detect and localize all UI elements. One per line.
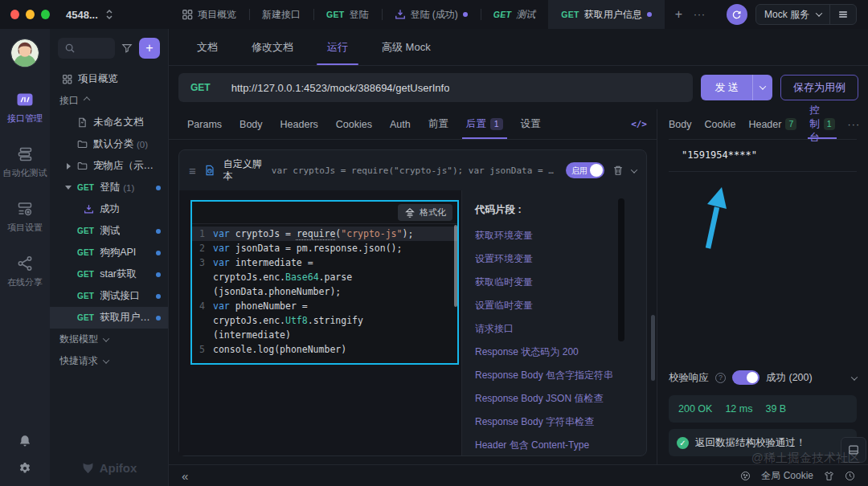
close-window-button[interactable]	[10, 10, 19, 19]
request-tab-2[interactable]: Body	[231, 109, 272, 139]
request-tab-3[interactable]: Headers	[272, 109, 327, 139]
tree-row-6[interactable]: GET登陆(1)	[50, 177, 168, 198]
activity-item-4[interactable]: 在线分享	[3, 255, 47, 288]
editor-scrollbar[interactable]	[454, 225, 457, 307]
save-as-case-button[interactable]: 保存为用例	[780, 75, 858, 100]
response-tab-2[interactable]: Cookie	[705, 109, 736, 139]
activity-item-1[interactable]: 接口管理	[3, 92, 47, 125]
caret-down-icon[interactable]	[65, 186, 72, 190]
project-switcher[interactable]: 4548...	[50, 0, 169, 29]
notifications-bell-icon[interactable]	[18, 435, 31, 447]
snippet-link-8[interactable]: Response Body JSON 值检查	[475, 392, 632, 405]
titlebar-tab-1[interactable]: 项目概览	[169, 0, 249, 29]
collapse-script-chevron-icon[interactable]	[632, 165, 637, 176]
url-bar[interactable]: GET http://127.0.0.1:4523/mock/388694/ge…	[178, 73, 693, 102]
titlebar-tab-3[interactable]: GET登陆	[313, 0, 382, 29]
minimize-window-button[interactable]	[26, 10, 35, 19]
tree-item-label: 测试接口	[100, 289, 140, 303]
shirt-icon[interactable]	[824, 471, 834, 481]
request-tab-5[interactable]: Auth	[381, 109, 420, 139]
titlebar-tab-6[interactable]: GET获取用户信息	[548, 0, 665, 29]
code-view-toggle[interactable]: </>	[631, 109, 647, 139]
add-tab-button[interactable]: +	[675, 7, 682, 22]
tree-row-4[interactable]: 默认分类(0)	[50, 133, 168, 155]
titlebar-tab-5[interactable]: GET测试	[481, 0, 549, 29]
validate-toggle[interactable]	[732, 370, 760, 385]
tree-row-7[interactable]: 成功	[50, 198, 168, 220]
snippet-link-2[interactable]: 设置环境变量	[475, 252, 632, 265]
snippet-link-4[interactable]: 设置临时变量	[475, 299, 632, 312]
response-tab-4[interactable]: 控制台1	[809, 109, 834, 139]
search-input[interactable]	[58, 38, 115, 59]
drag-handle-icon[interactable]: ≡	[189, 164, 196, 178]
titlebar-tab-2[interactable]: 新建接口	[249, 0, 313, 29]
code-lines[interactable]: 1var cryptoJs = require("crypto-js");2va…	[192, 224, 457, 363]
cookie-icon[interactable]	[740, 471, 751, 481]
request-tab-7[interactable]: 后置1	[457, 109, 512, 139]
clock-icon[interactable]	[845, 471, 855, 481]
save-button-label: 保存为用例	[793, 80, 845, 95]
caret-right-icon[interactable]	[67, 163, 71, 169]
response-tab-1[interactable]: Body	[669, 109, 692, 139]
snippet-link-6[interactable]: Response 状态码为 200	[475, 345, 632, 358]
tree-row-12[interactable]: GET获取用户信息	[50, 307, 168, 329]
collapse-sidebar-button[interactable]: «	[182, 469, 188, 483]
request-tab-4[interactable]: Cookies	[327, 109, 381, 139]
tree-row-5[interactable]: 宠物店（示例...	[50, 155, 168, 177]
tree-row-14[interactable]: 快捷请求	[50, 350, 168, 372]
tree-row-1[interactable]: 项目概览	[50, 68, 168, 90]
request-tab-8[interactable]: 设置	[512, 109, 550, 139]
tree-row-2[interactable]: 接口	[50, 90, 168, 112]
activity-item-3[interactable]: 项目设置	[3, 201, 47, 234]
tree-row-9[interactable]: GET狗狗API	[50, 242, 168, 263]
mock-service-select[interactable]: Mock 服务	[756, 5, 829, 24]
code-token: var	[213, 300, 230, 312]
delete-script-trash-icon[interactable]	[612, 165, 624, 176]
snippet-link-5[interactable]: 请求接口	[475, 322, 632, 335]
request-tab-label: Body	[240, 119, 263, 130]
send-options-caret[interactable]	[752, 75, 772, 100]
help-question-icon[interactable]: ?	[715, 373, 726, 383]
send-button[interactable]: 发 送	[701, 75, 772, 100]
user-avatar[interactable]	[10, 39, 39, 67]
request-tab-6[interactable]: 前置	[420, 109, 457, 139]
tree-row-11[interactable]: GET测试接口	[50, 285, 168, 307]
request-tab-1[interactable]: Params	[178, 109, 231, 139]
section-chevron-icon	[103, 335, 109, 341]
settings-gear-icon[interactable]	[18, 462, 31, 475]
snippets-scrollbar[interactable]	[618, 198, 624, 341]
filter-funnel-icon[interactable]	[121, 43, 133, 54]
tree-row-10[interactable]: GETstar获取	[50, 263, 168, 285]
snippet-link-3[interactable]: 获取临时变量	[475, 276, 632, 288]
toggle-bottom-panel-button[interactable]	[841, 437, 866, 463]
validate-chevron-icon[interactable]	[852, 372, 857, 383]
more-tabs-button[interactable]: ···	[694, 9, 706, 20]
doc-tab-4[interactable]: 高级 Mock	[365, 29, 448, 65]
maximize-window-button[interactable]	[41, 10, 50, 19]
doc-tab-1[interactable]: 文档	[180, 29, 235, 65]
script-enable-toggle[interactable]: 启用	[566, 162, 604, 178]
titlebar-tab-4[interactable]: 登陆 (成功)	[382, 0, 481, 29]
add-api-button[interactable]: +	[139, 38, 160, 59]
tree-row-13[interactable]: 数据模型	[50, 329, 168, 350]
snippet-link-9[interactable]: Response Body 字符串检查	[475, 415, 632, 428]
script-card-body: 格式化 1var cryptoJs = require("crypto-js")…	[179, 190, 646, 455]
format-code-button[interactable]: 格式化	[398, 204, 452, 221]
snippet-link-10[interactable]: Header 包含 Content-Type	[475, 439, 632, 451]
global-cookie-label[interactable]: 全局 Cookie	[761, 469, 813, 483]
snippet-link-7[interactable]: Response Body 包含字指定符串	[475, 369, 632, 382]
response-tab-3[interactable]: Header7	[748, 109, 796, 139]
activity-item-2[interactable]: 自动化测试	[3, 146, 47, 179]
code-editor-highlighted[interactable]: 格式化 1var cryptoJs = require("crypto-js")…	[190, 200, 459, 365]
code-token: jsonData = pm.response.json();	[230, 243, 403, 254]
search-icon	[64, 43, 76, 54]
tree-row-8[interactable]: GET测试	[50, 220, 168, 242]
sync-button[interactable]	[727, 4, 747, 25]
doc-tab-2[interactable]: 修改文档	[235, 29, 310, 65]
environment-menu-button[interactable]	[829, 5, 856, 24]
tree-row-3[interactable]: 未命名文档	[50, 112, 168, 133]
doc-tab-3[interactable]: 运行	[310, 29, 365, 65]
response-more-button[interactable]: ···	[848, 119, 861, 130]
snippet-link-1[interactable]: 获取环境变量	[475, 229, 632, 242]
request-pane-scrollbar[interactable]	[651, 315, 655, 381]
